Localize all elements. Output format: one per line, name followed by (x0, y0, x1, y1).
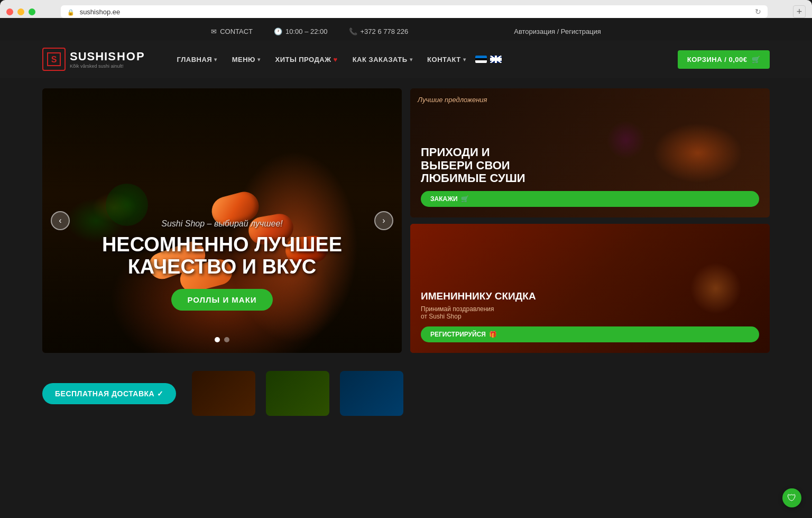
svg-text:S: S (51, 55, 57, 64)
nav-contact[interactable]: КОНТАКТ ▾ (422, 52, 471, 67)
contact-item[interactable]: ✉ CONTACT (211, 28, 253, 35)
chevron-down-icon: ▾ (463, 57, 466, 62)
banner-top-label: Лучшие предложения (418, 96, 487, 104)
order-icon: 🛒 (461, 195, 469, 203)
nav-bestsellers[interactable]: ХИТЫ ПРОДАЖ ♥ (270, 52, 343, 67)
logo-shop: SHOP (108, 50, 145, 63)
heart-icon: ♥ (333, 56, 337, 63)
phone-label: +372 6 778 226 (361, 28, 409, 35)
slider-title: НЕСОМНЕННО ЛУЧШЕЕ КАЧЕСТВО И ВКУС (102, 234, 342, 278)
minimize-button[interactable] (17, 8, 24, 15)
address-bar[interactable]: 🔒 sushishop.ee ↻ (61, 5, 768, 18)
promo-banner-top: Лучшие предложения ПРИХОДИ И ВЫБЕРИ СВОИ… (410, 88, 770, 217)
cart-button[interactable]: КОРЗИНА / 0,00€ 🛒 (678, 50, 770, 69)
shield-icon: 🛡 (787, 493, 797, 504)
logo-sushi: SUSHI (70, 50, 108, 63)
phone-item[interactable]: 📞 +372 6 778 226 (349, 28, 409, 35)
banner-bottom-title: ИМЕНИННИКУ СКИДКА (421, 291, 759, 302)
slider-subtitle: Sushi Shop – выбирай лучшее! (161, 219, 282, 229)
browser-chrome: 🔒 sushishop.ee ↻ + (0, 0, 812, 18)
nav-home[interactable]: ГЛАВНАЯ ▾ (172, 52, 223, 67)
cart-label: КОРЗИНА / 0,00€ (687, 56, 748, 63)
nav-menu[interactable]: МЕНЮ ▾ (227, 52, 266, 67)
logo[interactable]: S SUSHI SHOP Kõik vârsked sushi ainult! (42, 48, 145, 71)
top-bar: ✉ CONTACT 🕐 10:00 – 22:00 📞 +372 6 778 2… (0, 22, 812, 41)
browser-controls: 🔒 sushishop.ee ↻ + (6, 5, 806, 18)
cart-icon: 🛒 (752, 56, 761, 63)
slider-dot-1[interactable] (215, 337, 220, 342)
slider-next-button[interactable]: › (374, 211, 393, 230)
close-button[interactable] (6, 8, 13, 15)
new-tab-button[interactable]: + (793, 5, 806, 18)
free-delivery-button[interactable]: БЕСПЛАТНАЯ ДОСТАВКА ✓ (42, 383, 176, 404)
bottom-section: БЕСПЛАТНАЯ ДОСТАВКА ✓ (0, 363, 812, 423)
slider-overlay: Sushi Shop – выбирай лучшее! НЕСОМНЕННО … (42, 88, 402, 353)
food-thumbnail-1 (192, 371, 255, 416)
auth-label: Авторизация / Регистрация (514, 28, 601, 35)
url-text: sushishop.ee (80, 8, 121, 16)
banner-bottom-button[interactable]: РЕГИСТРИРУЙСЯ 🎁 (421, 326, 759, 342)
slider-dot-2[interactable] (224, 337, 229, 342)
slider-dots (215, 337, 229, 342)
nav-how-to-order[interactable]: КАК ЗАКАЗАТЬ ▾ (347, 52, 418, 67)
reload-icon[interactable]: ↻ (755, 7, 761, 16)
nav-items: ГЛАВНАЯ ▾ МЕНЮ ▾ ХИТЫ ПРОДАЖ ♥ КАК ЗАКАЗ… (172, 52, 662, 67)
english-flag[interactable] (490, 56, 502, 63)
side-banners: Лучшие предложения ПРИХОДИ И ВЫБЕРИ СВОИ… (410, 88, 770, 353)
language-flags (475, 56, 502, 63)
auth-item[interactable]: Авторизация / Регистрация (514, 28, 601, 35)
chevron-down-icon: ▾ (214, 57, 217, 62)
navbar: S SUSHI SHOP Kõik vârsked sushi ainult! … (0, 41, 812, 78)
phone-icon: 📞 (349, 28, 357, 35)
logo-icon: S (42, 48, 66, 71)
banner-bottom-subtitle: Принимай поздравленияот Sushi Shop (421, 305, 759, 320)
clock-icon: 🕐 (274, 28, 282, 35)
estonian-flag[interactable] (475, 56, 487, 63)
promo-banner-bottom: ИМЕНИННИКУ СКИДКА Принимай поздравленияо… (410, 224, 770, 353)
logo-tagline: Kõik vârsked sushi ainult! (70, 63, 145, 69)
hero-slider: Sushi Shop – выбирай лучшее! НЕСОМНЕННО … (42, 88, 402, 353)
chevron-down-icon: ▾ (410, 57, 413, 62)
slider-prev-button[interactable]: ‹ (51, 211, 70, 230)
food-thumbnails (192, 371, 403, 416)
banner-top-title: ПРИХОДИ И ВЫБЕРИ СВОИ ЛЮБИМЫЕ СУШИ (421, 146, 759, 185)
food-thumbnail-3 (340, 371, 403, 416)
hours-item: 🕐 10:00 – 22:00 (274, 28, 328, 35)
food-thumbnail-2 (266, 371, 329, 416)
main-content: Sushi Shop – выбирай лучшее! НЕСОМНЕННО … (0, 78, 812, 363)
shield-button[interactable]: 🛡 (782, 488, 801, 507)
browser-content: ✉ CONTACT 🕐 10:00 – 22:00 📞 +372 6 778 2… (0, 22, 812, 423)
maximize-button[interactable] (29, 8, 35, 15)
gift-icon: 🎁 (489, 331, 497, 338)
contact-label[interactable]: CONTACT (220, 28, 253, 35)
chevron-down-icon: ▾ (257, 57, 261, 62)
slider-cta-button[interactable]: РОЛЛЫ И МАКИ (171, 289, 272, 311)
mail-icon: ✉ (211, 28, 217, 35)
logo-text: SUSHI SHOP Kõik vârsked sushi ainult! (70, 50, 145, 69)
lock-icon: 🔒 (67, 9, 75, 15)
hours-label: 10:00 – 22:00 (285, 28, 328, 35)
banner-top-button[interactable]: ЗАКАЖИ 🛒 (421, 191, 759, 207)
